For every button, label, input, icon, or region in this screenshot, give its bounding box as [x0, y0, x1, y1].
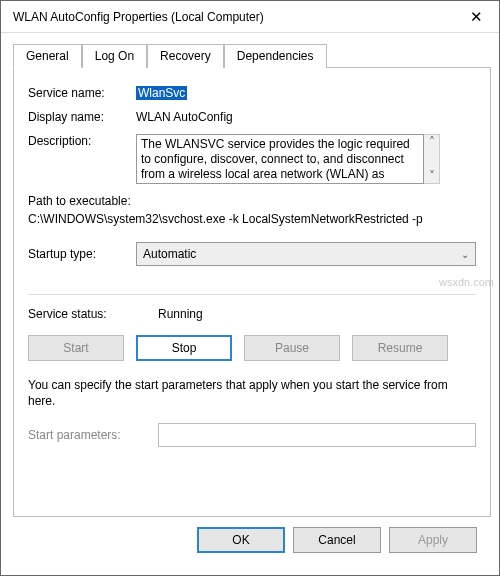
- stop-button[interactable]: Stop: [136, 335, 232, 361]
- chevron-down-icon[interactable]: ˅: [429, 169, 435, 183]
- apply-button: Apply: [389, 527, 477, 553]
- label-start-params: Start parameters:: [28, 428, 158, 442]
- tab-panel-general: Service name: WlanSvc Display name: WLAN…: [13, 68, 491, 517]
- chevron-down-icon: ⌄: [461, 249, 469, 260]
- label-path: Path to executable:: [28, 194, 476, 208]
- value-service-name[interactable]: WlanSvc: [136, 86, 187, 100]
- tab-general[interactable]: General: [13, 44, 82, 68]
- description-scrollbar[interactable]: ˄˅: [424, 134, 440, 184]
- label-startup-type: Startup type:: [28, 247, 136, 261]
- label-display-name: Display name:: [28, 110, 136, 124]
- value-display-name: WLAN AutoConfig: [136, 110, 476, 124]
- tab-recovery[interactable]: Recovery: [147, 44, 224, 68]
- value-service-status: Running: [158, 307, 203, 321]
- label-description: Description:: [28, 134, 136, 148]
- dialog-footer: OK Cancel Apply: [13, 517, 491, 567]
- startup-type-select[interactable]: Automatic ⌄: [136, 242, 476, 266]
- window-title: WLAN AutoConfig Properties (Local Comput…: [13, 10, 264, 24]
- label-service-name: Service name:: [28, 86, 136, 100]
- separator: [28, 294, 476, 295]
- tab-dependencies[interactable]: Dependencies: [224, 44, 327, 68]
- resume-button: Resume: [352, 335, 448, 361]
- start-button: Start: [28, 335, 124, 361]
- label-service-status: Service status:: [28, 307, 158, 321]
- content: General Log On Recovery Dependencies Ser…: [1, 33, 499, 575]
- tab-strip: General Log On Recovery Dependencies: [13, 43, 491, 68]
- close-icon[interactable]: ✕: [453, 9, 499, 24]
- ok-button[interactable]: OK: [197, 527, 285, 553]
- tab-logon[interactable]: Log On: [82, 44, 147, 68]
- startup-type-value: Automatic: [143, 247, 196, 261]
- titlebar: WLAN AutoConfig Properties (Local Comput…: [1, 1, 499, 33]
- chevron-up-icon[interactable]: ˄: [429, 135, 435, 149]
- cancel-button[interactable]: Cancel: [293, 527, 381, 553]
- value-path: C:\WINDOWS\system32\svchost.exe -k Local…: [28, 212, 476, 226]
- pause-button: Pause: [244, 335, 340, 361]
- note-text: You can specify the start parameters tha…: [28, 377, 476, 409]
- value-description[interactable]: The WLANSVC service provides the logic r…: [136, 134, 424, 184]
- start-params-input: [158, 423, 476, 447]
